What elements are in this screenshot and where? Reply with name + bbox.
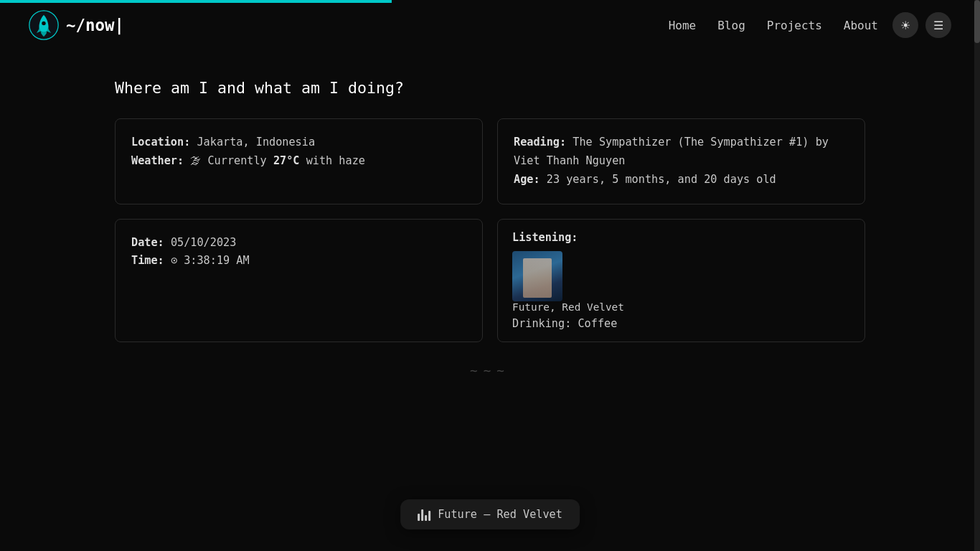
scrollbar-thumb[interactable] [974,0,980,43]
drinking-value: Coffee [578,317,617,330]
nav-blog[interactable]: Blog [717,19,745,32]
music-bar-3 [425,515,427,521]
music-player-text: Future – Red Velvet [438,508,562,521]
page-heading: Where am I and what am I doing? [115,79,865,97]
bottom-cards-grid: Date: 05/10/2023 Time: ⊙ 3:38:19 AM List… [115,219,865,342]
nav-controls: ☀ ☰ [892,12,951,38]
time-icon: ⊙ [171,254,177,267]
age-value: 23 years, 5 months, and 20 days old [547,173,776,186]
music-bar-4 [428,511,430,521]
nav-about[interactable]: About [844,19,878,32]
weather-text: Currently [207,154,266,167]
weather-icon: 🌫 [190,154,201,167]
hamburger-menu-button[interactable]: ☰ [925,12,951,38]
scrollbar-track[interactable] [974,0,980,551]
music-bar-2 [421,509,423,521]
album-art [512,251,562,301]
listening-drinking-card: Listening: Future, Red Velvet Drinking: … [497,219,865,342]
location-weather-card: Location: Jakarta, Indonesia Weather: 🌫 … [115,118,483,204]
reading-age-card: Reading: The Sympathizer (The Sympathize… [497,118,865,204]
music-bars-icon [418,508,430,521]
drinking-label: Drinking: [512,317,571,330]
main-content: Where am I and what am I doing? Location… [0,50,980,428]
date-value: 05/10/2023 [171,236,236,249]
weather-condition: with haze [306,154,365,167]
top-cards-grid: Location: Jakarta, Indonesia Weather: 🌫 … [115,118,865,204]
weather-temp: 27°C [273,154,300,167]
weather-label: Weather: [131,154,184,167]
location-value: Jakarta, Indonesia [197,136,315,149]
logo-area[interactable]: ~/now| [29,10,124,40]
rocket-icon [29,10,59,40]
site-title: ~/now| [66,16,124,34]
music-bar-1 [418,514,420,521]
svg-point-1 [42,21,47,26]
date-label: Date: [131,236,164,249]
reading-label: Reading: [514,136,566,149]
location-label: Location: [131,136,190,149]
theme-toggle-button[interactable]: ☀ [892,12,918,38]
date-time-card: Date: 05/10/2023 Time: ⊙ 3:38:19 AM [115,219,483,342]
separator: ~~~ [115,364,865,378]
music-player-bar: Future – Red Velvet [400,499,580,529]
age-label: Age: [514,173,540,186]
song-name: Future, Red Velvet [512,301,850,313]
nav-projects[interactable]: Projects [767,19,822,32]
nav-links: Home Blog Projects About [669,19,878,32]
page-progress-bar [0,0,392,3]
time-label: Time: [131,254,164,267]
navbar: ~/now| Home Blog Projects About ☀ ☰ [0,0,980,50]
time-value: 3:38:19 AM [184,254,249,267]
listening-label: Listening: [512,231,850,244]
nav-home[interactable]: Home [669,19,697,32]
